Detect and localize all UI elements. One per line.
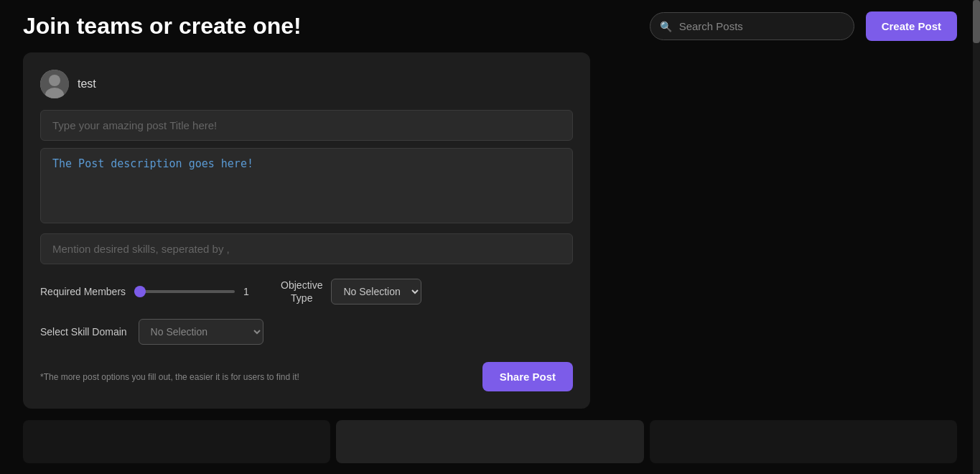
user-row: test: [40, 70, 573, 98]
post-title-input[interactable]: [40, 110, 573, 141]
skills-input[interactable]: [40, 233, 573, 264]
objective-type-label: ObjectiveType: [281, 279, 322, 305]
share-post-button[interactable]: Share Post: [482, 362, 573, 391]
scrollbar-thumb[interactable]: [973, 0, 980, 43]
search-input[interactable]: [650, 12, 854, 40]
post-card: test Required Members 1 ObjectiveType No…: [23, 52, 590, 409]
preview-card-3: [650, 420, 957, 463]
search-container: 🔍: [650, 12, 854, 40]
skill-domain-select[interactable]: No Selection Web Development Mobile Deve…: [139, 319, 263, 345]
bottom-preview-area: [23, 420, 957, 463]
page-title: Join teams or create one!: [23, 13, 302, 40]
objective-section: ObjectiveType No Selection Hackathon Com…: [281, 279, 421, 305]
members-slider[interactable]: [134, 290, 235, 293]
header-right: 🔍 Create Post: [650, 11, 957, 41]
avatar: [40, 70, 69, 98]
bottom-row: *The more post options you fill out, the…: [40, 362, 573, 391]
members-count: 1: [243, 286, 252, 297]
skill-domain-row: Select Skill Domain No Selection Web Dev…: [40, 319, 573, 345]
header: Join teams or create one! 🔍 Create Post: [0, 0, 980, 52]
objective-type-select[interactable]: No Selection Hackathon Competition Proje…: [331, 279, 421, 305]
members-label: Required Members: [40, 286, 126, 297]
create-post-button[interactable]: Create Post: [866, 11, 957, 41]
username-label: test: [78, 78, 96, 90]
options-row: Required Members 1 ObjectiveType No Sele…: [40, 279, 573, 305]
post-description-textarea[interactable]: [40, 148, 573, 223]
search-icon: 🔍: [660, 21, 672, 32]
svg-point-1: [49, 75, 60, 86]
skill-domain-label: Select Skill Domain: [40, 326, 127, 338]
preview-card-2: [336, 420, 643, 463]
preview-card-1: [23, 420, 330, 463]
scrollbar[interactable]: [973, 0, 980, 474]
main-content: test Required Members 1 ObjectiveType No…: [0, 52, 980, 463]
members-section: Required Members 1: [40, 286, 252, 297]
hint-text: *The more post options you fill out, the…: [40, 372, 299, 382]
